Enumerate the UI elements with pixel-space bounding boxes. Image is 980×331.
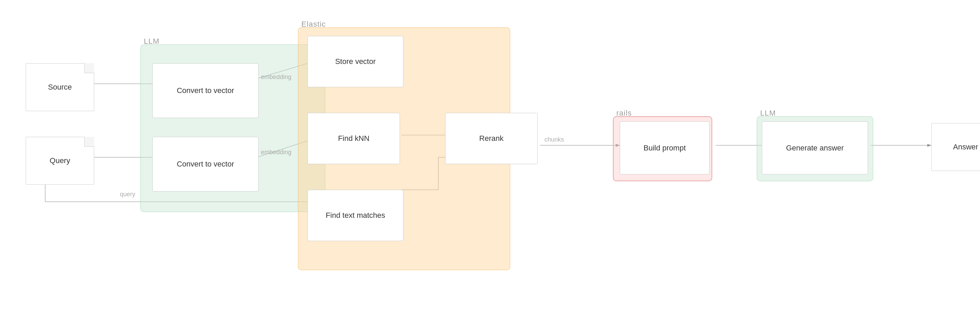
label-embedding-1: embedding [261,73,291,81]
node-convert2: Convert to vector [153,137,259,192]
node-convert1-label: Convert to vector [177,86,234,95]
node-build-prompt-label: Build prompt [643,144,686,152]
region-label-rails: rails [616,109,632,118]
node-query-label: Query [50,156,70,165]
node-find-knn: Find kNN [307,113,400,164]
node-generate-answer: Generate answer [762,121,868,174]
label-embedding-2: embedding [261,149,291,156]
node-generate-answer-label: Generate answer [786,144,844,152]
node-answer-label: Answer [953,143,978,152]
node-find-knn-label: Find kNN [338,134,369,143]
node-source: Source [26,63,94,111]
node-convert1: Convert to vector [153,63,259,118]
node-rerank-label: Rerank [479,134,504,143]
region-label-elastic: Elastic [301,20,326,29]
label-query: query [120,191,135,198]
node-store-vector: Store vector [307,36,403,87]
region-label-llm-left: LLM [144,37,159,46]
node-store-vector-label: Store vector [335,57,376,66]
node-find-text: Find text matches [307,190,403,241]
node-build-prompt: Build prompt [620,121,710,174]
node-convert2-label: Convert to vector [177,160,234,169]
node-rerank: Rerank [445,113,538,164]
diagram-canvas: LLM Elastic rails LLM Source Query Conve… [0,0,980,331]
node-find-text-label: Find text matches [326,211,385,220]
label-chunks: chunks [544,136,564,143]
node-query: Query [26,137,94,185]
region-label-llm-right: LLM [760,109,776,118]
node-source-label: Source [48,83,72,92]
node-answer: Answer [931,123,980,171]
